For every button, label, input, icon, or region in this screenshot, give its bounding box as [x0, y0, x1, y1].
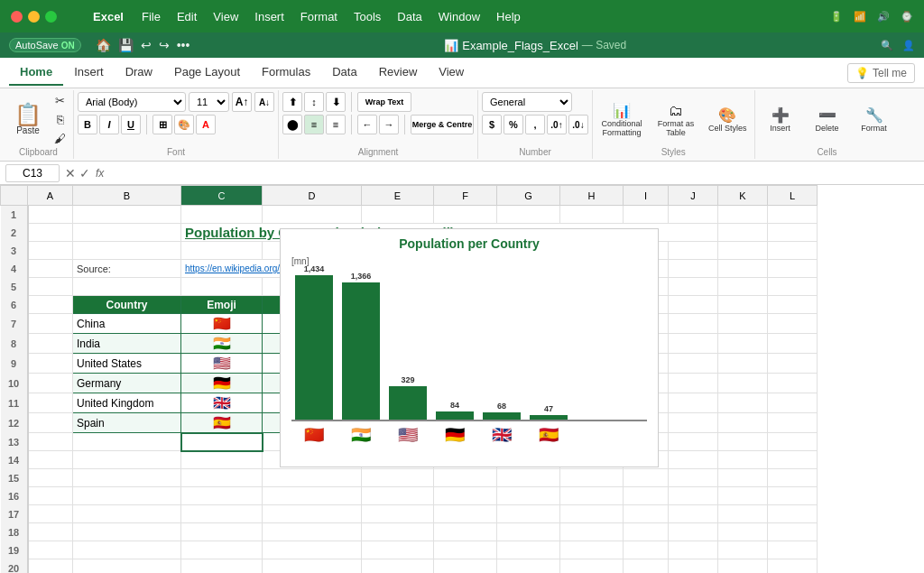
cell-K19[interactable] — [718, 541, 768, 559]
save-icon[interactable]: 💾 — [118, 38, 134, 52]
cell-G15[interactable] — [497, 469, 560, 487]
cell-K8[interactable] — [718, 334, 768, 354]
cell-H18[interactable] — [560, 523, 624, 541]
cell-C11[interactable]: 🇬🇧 — [181, 393, 263, 413]
cell-C19[interactable] — [181, 541, 263, 559]
cell-C15[interactable] — [181, 469, 263, 487]
merge-centre-button[interactable]: Merge & Centre — [411, 115, 474, 134]
cell-A9[interactable] — [28, 354, 73, 374]
close-button[interactable] — [11, 11, 23, 23]
cell-G16[interactable] — [497, 487, 560, 505]
row-header-19[interactable]: 19 — [1, 541, 28, 559]
cell-A4[interactable] — [28, 260, 73, 278]
cell-B4[interactable]: Source: — [73, 260, 181, 278]
cell-K12[interactable] — [718, 413, 768, 433]
format-as-table-button[interactable]: 🗂 Format as Table — [651, 101, 701, 139]
conditional-formatting-button[interactable]: 📊 Conditional Formatting — [596, 100, 647, 139]
cell-L17[interactable] — [768, 505, 818, 523]
row-header-8[interactable]: 8 — [1, 334, 28, 354]
cell-C5[interactable] — [181, 278, 263, 296]
cell-K5[interactable] — [718, 278, 768, 296]
cell-K1[interactable] — [718, 206, 768, 224]
cell-I19[interactable] — [624, 541, 669, 559]
col-header-j[interactable]: J — [669, 186, 718, 206]
menu-help[interactable]: Help — [489, 8, 528, 25]
cell-K13[interactable] — [718, 433, 768, 451]
cell-L3[interactable] — [768, 242, 818, 260]
cell-L15[interactable] — [768, 469, 818, 487]
autosave-toggle[interactable]: AutoSave ON — [9, 38, 81, 52]
cell-J17[interactable] — [669, 505, 718, 523]
cut-button[interactable]: ✂ — [51, 92, 69, 109]
row-header-14[interactable]: 14 — [1, 451, 28, 469]
row-header-17[interactable]: 17 — [1, 505, 28, 523]
row-header-5[interactable]: 5 — [1, 278, 28, 296]
cell-C10[interactable]: 🇩🇪 — [181, 374, 263, 393]
cell-J12[interactable] — [669, 413, 718, 433]
cell-B1[interactable] — [73, 206, 181, 224]
cell-C7[interactable]: 🇨🇳 — [181, 314, 263, 334]
cell-D17[interactable] — [263, 505, 362, 523]
cell-G20[interactable] — [497, 559, 560, 574]
col-header-f[interactable]: F — [434, 186, 497, 206]
cell-F20[interactable] — [434, 559, 497, 574]
cell-J19[interactable] — [669, 541, 718, 559]
cell-J3[interactable] — [669, 242, 718, 260]
cell-K4[interactable] — [718, 260, 768, 278]
format-painter-button[interactable]: 🖌 — [51, 130, 69, 147]
tab-formulas[interactable]: Formulas — [251, 60, 321, 86]
increase-decimal-button[interactable]: .0↑ — [547, 115, 567, 134]
undo-icon[interactable]: ↩ — [141, 38, 152, 52]
col-header-b[interactable]: B — [73, 186, 181, 206]
cell-C14[interactable] — [181, 451, 263, 469]
cell-A16[interactable] — [28, 487, 73, 505]
cell-H16[interactable] — [560, 487, 624, 505]
cell-J7[interactable] — [669, 314, 718, 334]
cell-F16[interactable] — [434, 487, 497, 505]
insert-cells-button[interactable]: ➕ Insert — [759, 105, 802, 134]
col-header-d[interactable]: D — [263, 186, 362, 206]
cell-G17[interactable] — [497, 505, 560, 523]
cell-G18[interactable] — [497, 523, 560, 541]
cell-J1[interactable] — [669, 206, 718, 224]
cell-I17[interactable] — [624, 505, 669, 523]
cell-L4[interactable] — [768, 260, 818, 278]
cell-I15[interactable] — [624, 469, 669, 487]
cell-L2[interactable] — [768, 224, 818, 242]
row-header-10[interactable]: 10 — [1, 374, 28, 393]
row-header-9[interactable]: 9 — [1, 354, 28, 374]
cell-styles-button[interactable]: 🎨 Cell Styles — [705, 105, 751, 134]
cell-K11[interactable] — [718, 393, 768, 413]
col-header-l[interactable]: L — [768, 186, 818, 206]
cell-L10[interactable] — [768, 374, 818, 393]
cell-B13[interactable] — [73, 433, 181, 451]
cell-A19[interactable] — [28, 541, 73, 559]
cell-J15[interactable] — [669, 469, 718, 487]
cell-B8[interactable]: India — [73, 334, 181, 354]
cell-F1[interactable] — [434, 206, 497, 224]
menu-tools[interactable]: Tools — [346, 8, 388, 25]
cell-L7[interactable] — [768, 314, 818, 334]
tab-home[interactable]: Home — [9, 60, 63, 86]
cell-D20[interactable] — [263, 559, 362, 574]
cell-C20[interactable] — [181, 559, 263, 574]
cell-B19[interactable] — [73, 541, 181, 559]
decrease-decimal-button[interactable]: .0↓ — [568, 115, 588, 134]
cell-E20[interactable] — [362, 559, 434, 574]
cell-E1[interactable] — [362, 206, 434, 224]
cell-B16[interactable] — [73, 487, 181, 505]
formula-input[interactable] — [109, 165, 919, 181]
font-color-button[interactable]: A — [196, 115, 216, 134]
cell-F18[interactable] — [434, 523, 497, 541]
align-bottom-button[interactable]: ⬇ — [326, 92, 346, 112]
cell-J16[interactable] — [669, 487, 718, 505]
align-top-button[interactable]: ⬆ — [282, 92, 302, 112]
underline-button[interactable]: U — [121, 115, 141, 134]
cell-K15[interactable] — [718, 469, 768, 487]
minimize-button[interactable] — [28, 11, 40, 23]
row-header-11[interactable]: 11 — [1, 393, 28, 413]
cell-B7[interactable]: China — [73, 314, 181, 334]
cell-J6[interactable] — [669, 296, 718, 314]
menu-format[interactable]: Format — [293, 8, 345, 25]
cell-B2[interactable] — [73, 224, 181, 242]
